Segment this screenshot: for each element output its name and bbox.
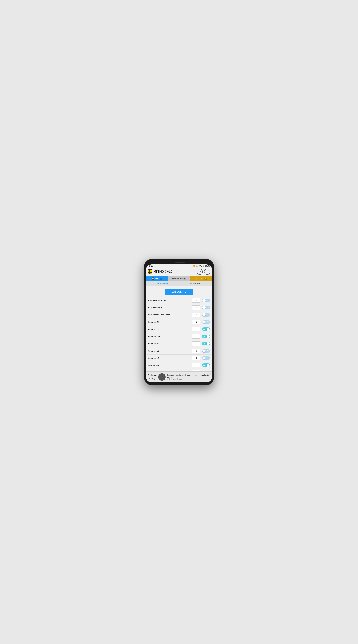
camera-dot: [150, 262, 152, 264]
miner-row: Antminer A3OFF: [148, 318, 210, 326]
miner-toggle[interactable]: OFF: [202, 320, 210, 324]
miner-toggle[interactable]: ON: [202, 364, 210, 367]
miner-name: Antminer A3: [148, 321, 190, 323]
nav-item-asic[interactable]: 🔲 ASIC ▼: [146, 276, 168, 281]
miner-name: Antminer X3: [148, 357, 190, 359]
status-right: 📶 📡 19% 🔋 16:32: [193, 265, 210, 267]
miner-name: Antminer S9: [148, 343, 190, 345]
nav-asic-label: ASIC: [155, 278, 159, 280]
phone-screen: 🖼 📷 📶 📡 19% 🔋 16:32: [146, 264, 212, 382]
miner-row: ASICminer 24Th Comp.OFF: [148, 297, 210, 304]
calculate-top-button[interactable]: CALCULATE: [165, 289, 193, 295]
miner-quantity-input[interactable]: [192, 349, 200, 353]
miner-quantity-input[interactable]: [192, 312, 200, 317]
miner-quantity-input[interactable]: [192, 342, 200, 346]
miner-toggle[interactable]: OFF: [202, 298, 210, 302]
status-icon-2: 📷: [151, 265, 153, 267]
miner-row: ASICminer 48ThOFF: [148, 304, 210, 311]
ad-arrow-button[interactable]: →: [158, 373, 166, 381]
miner-quantity-input[interactable]: [192, 327, 200, 332]
miner-row: ASICminer 8 Nano Comp.OFF: [148, 311, 210, 318]
status-icon-1: 🖼: [148, 265, 150, 267]
phone-speaker: [175, 262, 185, 264]
arrow-icon: →: [160, 375, 164, 379]
miner-row: Baikal BK-XOFF: [148, 369, 210, 372]
miner-row: Antminer V9OFF: [148, 347, 210, 354]
miner-row: Antminer X3OFF: [148, 354, 210, 362]
nav-item-gpus[interactable]: 🔆 GPUS ▼: [190, 276, 212, 281]
nav-options-label: OPTIONS: [174, 278, 183, 280]
miner-quantity-input[interactable]: [192, 356, 200, 360]
svg-point-0: [177, 270, 178, 271]
miner-row: Antminer S9ON: [148, 340, 210, 347]
miner-name: Antminer L3+: [148, 336, 190, 338]
ad-text-left: Golfovévozíky: [148, 374, 156, 380]
logo-grid-icon: [148, 269, 152, 274]
status-left: 🖼 📷: [148, 265, 153, 267]
tab-hashrates[interactable]: HASHRATES: [179, 281, 212, 286]
miner-row: Antminer D3ON: [148, 326, 210, 333]
gpus-dropdown-icon: ▼: [204, 278, 207, 280]
battery-level: 19%: [198, 265, 202, 267]
options-sliders-icon: ⚙: [172, 278, 174, 280]
header-icons: ⚙ ↻: [197, 269, 210, 275]
tabs-bar: HARDWARE HASHRATES: [146, 281, 212, 286]
logo-area: MINING CALC: [148, 269, 178, 274]
miner-quantity-input[interactable]: [192, 370, 200, 372]
miner-toggle[interactable]: OFF: [202, 313, 210, 317]
tab-hardware[interactable]: HARDWARE: [146, 281, 179, 286]
phone-cameras: [150, 262, 154, 264]
phone-notch: [146, 262, 212, 264]
ad-close-button[interactable]: ✕: [209, 373, 211, 375]
nav-gpus-label: GPUS: [198, 278, 204, 280]
nav-bar: 🔲 ASIC ▼ ⚙ OPTIONS ▼ 🔆 GPUS ▼: [146, 276, 212, 281]
miner-row: Baikal BK-BON: [148, 362, 210, 369]
miner-name: Antminer V9: [148, 350, 190, 352]
miner-name: ASICminer 24Th Comp.: [148, 299, 190, 301]
options-dropdown-icon: ▼: [183, 278, 186, 280]
battery-icon: 🔋: [202, 265, 204, 267]
miner-quantity-input[interactable]: [192, 334, 200, 338]
sensor-dot: [206, 262, 208, 264]
miner-toggle[interactable]: OFF: [202, 356, 210, 360]
camera-dot: [152, 262, 154, 264]
miner-quantity-input[interactable]: [192, 306, 200, 310]
nav-item-options[interactable]: ⚙ OPTIONS ▼: [168, 276, 190, 281]
miner-name: Baikal BK-B: [148, 364, 190, 366]
wifi-icon: 📶: [193, 265, 195, 267]
app-title: MINING CALC: [154, 270, 173, 273]
status-bar: 🖼 📷 📶 📡 19% 🔋 16:32: [146, 264, 212, 268]
clock: 16:32: [205, 265, 210, 267]
content-area[interactable]: CALCULATE ASICminer 24Th Comp.OFFASICmin…: [146, 286, 212, 372]
miner-row: Antminer L3+ON: [148, 333, 210, 340]
asic-chip-icon: 🔲: [152, 278, 154, 280]
miner-name: ASICminer 8 Nano Comp.: [148, 314, 190, 316]
refresh-button[interactable]: ↻: [204, 269, 210, 275]
signal-icon: 📡: [196, 265, 198, 267]
miner-toggle[interactable]: ON: [202, 342, 210, 346]
miner-name: ASICminer 48Th: [148, 306, 190, 308]
asic-dropdown-icon: ▼: [160, 278, 162, 280]
ad-text-right: Inovace, vášeň a preciznost v kombinaci …: [167, 374, 210, 380]
miner-toggle[interactable]: ON: [202, 327, 210, 331]
miner-quantity-input[interactable]: [192, 298, 200, 302]
app-header: MINING CALC ⚙ ↻: [146, 268, 212, 276]
miner-name: Antminer D3: [148, 328, 190, 330]
runner-icon: [174, 269, 178, 274]
miner-toggle[interactable]: ON: [202, 334, 210, 338]
miner-toggle[interactable]: OFF: [202, 349, 210, 353]
miner-quantity-input[interactable]: [192, 320, 200, 324]
miner-toggle[interactable]: OFF: [202, 306, 210, 310]
settings-button[interactable]: ⚙: [197, 269, 203, 275]
miner-list: ASICminer 24Th Comp.OFFASICminer 48ThOFF…: [148, 297, 210, 372]
ad-banner: ✕ Golfovévozíky → Inovace, vášeň a preci…: [146, 372, 212, 382]
phone-sensors: [206, 262, 208, 264]
gpu-icon: 🔆: [195, 278, 198, 280]
phone-device: 🖼 📷 📶 📡 19% 🔋 16:32: [144, 259, 214, 386]
miner-quantity-input[interactable]: [192, 363, 200, 368]
